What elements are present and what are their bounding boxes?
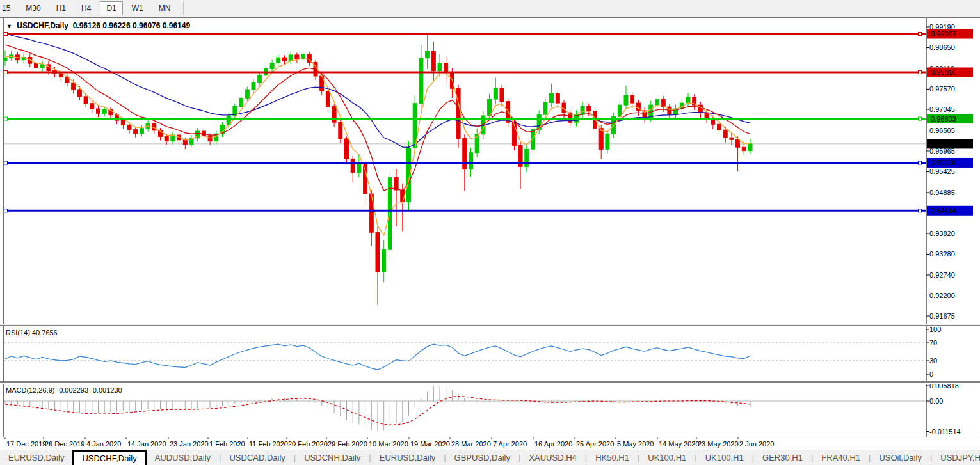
tab-hk50-h1[interactable]: HK50,H1 (587, 450, 638, 465)
price-badge-0.99007: 0.99007 (927, 29, 973, 39)
date-axis-label: 11 Feb 2020 (249, 440, 288, 448)
tab-uk100-h1[interactable]: UK100,H1 (639, 450, 695, 465)
date-axis-label: 23 May 2020 (698, 440, 739, 448)
rsi-value: 40.7656 (32, 329, 58, 336)
line-handle[interactable] (4, 70, 8, 74)
timeframe-button-h1[interactable]: H1 (50, 1, 72, 15)
date-axis-label: 4 Jan 2020 (86, 440, 121, 448)
price-badge-0.94414: 0.94414 (927, 206, 973, 216)
svg-text:0.95658: 0.95658 (931, 159, 956, 166)
date-axis-label: 16 Apr 2020 (534, 440, 572, 448)
tab-uk100-h1[interactable]: UK100,H1 (697, 450, 752, 465)
symbol-dropdown-icon[interactable]: ▼ (6, 23, 12, 29)
date-axis-label: 25 Apr 2020 (576, 440, 614, 448)
date-axis-label: 28 Mar 2020 (451, 440, 491, 448)
chart-tab-bar: EURUSD,DailyUSDCHF,DailyAUDUSD,Daily|USD… (0, 450, 980, 465)
macd-values: -0.002293 -0.001230 (56, 386, 122, 394)
price-axis-label: 0.94885 (929, 189, 955, 196)
tab-usoil-daily[interactable]: USOil,Daily (871, 450, 929, 465)
date-axis-label: 7 Apr 2020 (493, 440, 527, 448)
date-axis: 17 Dec 201926 Dec 20194 Jan 202014 Jan 2… (0, 437, 980, 450)
timeframe-button-w1[interactable]: W1 (125, 1, 150, 15)
tab-fra40-h1[interactable]: FRA40,H1 (813, 450, 869, 465)
line-handle[interactable] (4, 161, 8, 164)
svg-text:0.99007: 0.99007 (931, 30, 956, 38)
tab-eurusd-daily[interactable]: EURUSD,Daily (0, 450, 72, 465)
timeframe-button-d1[interactable]: D1 (100, 1, 122, 15)
ohlc-values: 0.96126 0.96226 0.96076 0.96149 (73, 21, 191, 30)
timeframe-button-15[interactable]: 15 (0, 1, 17, 15)
rsi-axis-label: 100 (929, 326, 941, 333)
tab-usdjpy-h1[interactable]: USDJPY,H1 (932, 450, 980, 465)
price-badge-0.96803: 0.96803 (927, 114, 973, 123)
price-axis-label: 0.93280 (929, 250, 955, 258)
line-handle[interactable] (919, 117, 922, 120)
line-handle[interactable] (4, 33, 8, 36)
rsi-axis-label: 30 (929, 357, 937, 365)
price-axis-label: 0.92200 (929, 292, 955, 299)
macd-axis-label: -0.011514 (929, 428, 961, 436)
date-axis-label: 10 Mar 2020 (369, 440, 408, 448)
tab-usdcnh-daily[interactable]: USDCNH,Daily (296, 450, 369, 465)
date-axis-label: 1 Feb 2020 (209, 440, 245, 448)
timeframe-button-mn[interactable]: MN (152, 1, 177, 15)
price-axis-label: 0.91675 (929, 312, 955, 320)
timeframe-toolbar: 15M30H1H4D1W1MN (0, 0, 980, 17)
tab-xauusd-h4[interactable]: XAUUSD,H4 (520, 450, 584, 465)
timeframe-button-m30[interactable]: M30 (19, 1, 47, 15)
rsi-panel: 10070300 (0, 326, 980, 382)
date-axis-label: 14 Jan 2020 (127, 440, 166, 448)
line-handle[interactable] (919, 209, 922, 212)
date-axis-label: 5 May 2020 (617, 440, 654, 448)
trading-platform-window: 15M30H1H4D1W1MN 0.991900.986500.981100.9… (0, 0, 980, 465)
price-axis-label: 0.92740 (929, 271, 955, 279)
price-axis-label: 0.93820 (929, 230, 955, 237)
price-badge-0.95658: 0.95658 (927, 158, 973, 168)
tab-usdchf-daily[interactable]: USDCHF,Daily (72, 450, 146, 465)
symbol-label: USDCHF,Daily (17, 21, 68, 30)
tab-ger30-h1[interactable]: GER30,H1 (754, 450, 811, 465)
price-axis-label: 0.97045 (929, 106, 955, 113)
line-handle[interactable] (4, 209, 8, 212)
price-axis-label: 0.98650 (929, 43, 955, 51)
rsi-label: RSI(14) 40.7656 (6, 329, 58, 336)
tab-usdcad-daily[interactable]: USDCAD,Daily (221, 450, 293, 465)
tab-gbpusd-daily[interactable]: GBPUSD,Daily (446, 450, 518, 465)
macd-panel: 0.0058180.00-0.011514 (0, 384, 980, 437)
date-axis-label: 26 Dec 2019 (45, 440, 84, 448)
date-axis-label: 14 May 2020 (659, 440, 700, 448)
price-badge-0.96149: 0.96149 (927, 139, 973, 148)
svg-text:0.98010: 0.98010 (931, 68, 956, 76)
macd-label: MACD(12,26,9) -0.002293 -0.001230 (6, 386, 122, 394)
chart-title: ▼ USDCHF,Daily 0.96126 0.96226 0.96076 0… (6, 21, 190, 30)
macd-axis-label: 0.00 (929, 397, 943, 405)
price-axis-label: 0.97570 (929, 85, 955, 93)
line-handle[interactable] (919, 70, 922, 74)
date-axis-label: 23 Jan 2020 (170, 440, 209, 448)
price-axis-label: 0.95425 (929, 168, 955, 175)
date-axis-label: 20 Feb 2020 (288, 440, 328, 448)
line-handle[interactable] (4, 117, 8, 120)
rsi-axis-label: 70 (929, 339, 937, 347)
svg-text:0.96803: 0.96803 (931, 115, 956, 123)
svg-text:0.96149: 0.96149 (931, 140, 956, 148)
tab-audusd-daily[interactable]: AUDUSD,Daily (147, 450, 219, 465)
rsi-axis-label: 0 (929, 370, 933, 378)
date-axis-label: 29 Feb 2020 (328, 440, 367, 448)
price-axis-label: 0.96505 (929, 127, 955, 134)
date-axis-label: 2 Jun 2020 (739, 440, 774, 448)
price-badge-0.98010: 0.98010 (927, 67, 973, 77)
price-chart: 0.991900.986500.981100.975700.970450.965… (0, 18, 980, 324)
panel-separator[interactable] (0, 381, 980, 383)
line-handle[interactable] (919, 161, 922, 164)
panel-separator[interactable] (0, 324, 980, 326)
svg-text:0.94414: 0.94414 (931, 207, 956, 214)
toolbar-separator (183, 1, 184, 15)
date-axis-label: 19 Mar 2020 (410, 440, 450, 448)
line-handle[interactable] (919, 33, 922, 36)
date-axis-label: 17 Dec 2019 (6, 440, 46, 448)
timeframe-button-h4[interactable]: H4 (75, 1, 97, 15)
macd-axis-label: 0.005818 (929, 384, 959, 390)
tab-eurusd-daily[interactable]: EURUSD,Daily (371, 450, 444, 465)
